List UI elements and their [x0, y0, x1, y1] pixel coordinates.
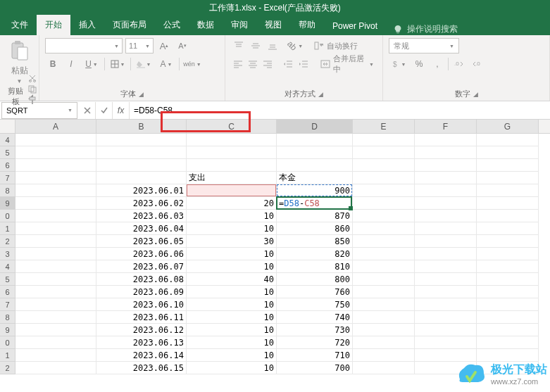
col-header[interactable]: G — [477, 120, 539, 133]
tab-view[interactable]: 视图 — [256, 15, 290, 35]
formula-input[interactable]: =D58-C58 — [130, 102, 550, 119]
col-header[interactable]: B — [96, 120, 187, 133]
row-header[interactable]: 4 — [0, 260, 15, 273]
row-header[interactable]: 5 — [0, 146, 15, 159]
cell[interactable]: 10 — [187, 362, 277, 374]
cell[interactable] — [15, 336, 96, 349]
bold-button[interactable]: B — [45, 56, 61, 72]
row-header[interactable]: 0 — [0, 336, 15, 349]
cell[interactable] — [15, 286, 96, 298]
cell[interactable] — [15, 159, 96, 172]
cell[interactable] — [415, 324, 477, 336]
cell[interactable] — [415, 311, 477, 324]
cancel-button[interactable] — [79, 102, 96, 119]
cell[interactable] — [415, 184, 477, 197]
cell[interactable] — [15, 172, 96, 184]
cell[interactable]: 2023.06.02 — [96, 197, 187, 210]
cell[interactable] — [353, 336, 415, 349]
wrap-text-button[interactable]: 自动换行 — [311, 38, 361, 53]
tab-data[interactable]: 数据 — [189, 15, 223, 35]
cell[interactable] — [15, 197, 96, 210]
cell[interactable]: 700 — [277, 362, 353, 374]
row-header[interactable]: 5 — [0, 273, 15, 286]
cell[interactable]: 2023.06.10 — [96, 298, 187, 311]
row-header[interactable]: 2 — [0, 235, 15, 248]
cell[interactable] — [477, 324, 539, 336]
cells-area[interactable]: 支出本金2023.06.01109002023.06.02202023.06.0… — [15, 134, 550, 374]
cell[interactable] — [277, 134, 353, 146]
fx-button[interactable]: fx — [113, 102, 130, 119]
cell[interactable] — [353, 172, 415, 184]
cell[interactable]: 10 — [187, 349, 277, 362]
launcher-icon[interactable]: ◢ — [318, 91, 323, 98]
align-left-button[interactable] — [231, 56, 244, 72]
cell[interactable]: 2023.06.07 — [96, 260, 187, 273]
cell[interactable] — [477, 298, 539, 311]
cell[interactable]: 10 — [187, 311, 277, 324]
tab-file[interactable]: 文件 — [3, 15, 37, 35]
cell[interactable] — [15, 362, 96, 374]
row-header[interactable]: 8 — [0, 311, 15, 324]
cell[interactable] — [477, 235, 539, 248]
cell[interactable] — [477, 286, 539, 298]
increase-indent-button[interactable] — [296, 56, 310, 72]
cell[interactable]: 2023.06.14 — [96, 349, 187, 362]
cell[interactable] — [15, 146, 96, 159]
cell[interactable]: 2023.06.09 — [96, 286, 187, 298]
cell[interactable]: 10 — [187, 260, 277, 273]
cell[interactable]: 2023.06.08 — [96, 273, 187, 286]
tab-home[interactable]: 开始 — [37, 15, 70, 35]
border-button[interactable]: ▼ — [108, 56, 127, 72]
cell[interactable]: 750 — [277, 298, 353, 311]
row-header[interactable]: 6 — [0, 286, 15, 298]
cell[interactable]: 2023.06.04 — [96, 222, 187, 235]
fill-color-button[interactable]: ▼ — [134, 56, 154, 72]
cell[interactable] — [187, 159, 277, 172]
cell[interactable]: 30 — [187, 235, 277, 248]
align-center-button[interactable] — [246, 56, 259, 72]
cell[interactable] — [96, 134, 187, 146]
cell[interactable]: 800 — [277, 273, 353, 286]
cell[interactable]: 2023.06.01 — [96, 184, 187, 197]
cell[interactable] — [477, 197, 539, 210]
cell[interactable] — [415, 222, 477, 235]
cell[interactable] — [353, 146, 415, 159]
row-header[interactable]: 7 — [0, 172, 15, 184]
cell[interactable]: 支出 — [187, 172, 277, 184]
cell[interactable]: 10 — [187, 248, 277, 260]
row-header[interactable]: 1 — [0, 349, 15, 362]
cell[interactable] — [353, 222, 415, 235]
col-header[interactable]: C — [187, 120, 277, 133]
italic-button[interactable]: I — [63, 56, 79, 72]
percent-button[interactable]: % — [411, 56, 427, 72]
col-header[interactable]: E — [353, 120, 415, 133]
cell[interactable] — [96, 159, 187, 172]
cell[interactable]: 850 — [277, 235, 353, 248]
accounting-format-button[interactable]: $▼ — [389, 56, 408, 72]
cell[interactable] — [415, 172, 477, 184]
cell[interactable] — [415, 146, 477, 159]
cell[interactable]: 10 — [187, 210, 277, 222]
row-header[interactable]: 9 — [0, 197, 15, 210]
row-header[interactable]: 8 — [0, 184, 15, 197]
cell[interactable] — [477, 260, 539, 273]
cell[interactable] — [353, 260, 415, 273]
cell[interactable]: 10 — [187, 336, 277, 349]
cell[interactable]: 10 — [187, 184, 277, 197]
align-middle-button[interactable] — [248, 38, 263, 53]
cell[interactable] — [415, 134, 477, 146]
row-header[interactable]: 6 — [0, 159, 15, 172]
cell[interactable] — [477, 134, 539, 146]
cell[interactable] — [415, 235, 477, 248]
number-format-select[interactable]: 常规▼ — [389, 38, 459, 53]
tab-help[interactable]: 帮助 — [290, 15, 324, 35]
cell[interactable]: 870 — [277, 210, 353, 222]
cell[interactable] — [477, 222, 539, 235]
cell[interactable]: 860 — [277, 222, 353, 235]
col-header[interactable]: D — [277, 120, 353, 133]
tab-powerpivot[interactable]: Power Pivot — [324, 17, 386, 35]
cell[interactable] — [15, 235, 96, 248]
increase-decimal-button[interactable]: .0 — [451, 56, 467, 72]
cell[interactable] — [15, 260, 96, 273]
cell[interactable] — [477, 159, 539, 172]
